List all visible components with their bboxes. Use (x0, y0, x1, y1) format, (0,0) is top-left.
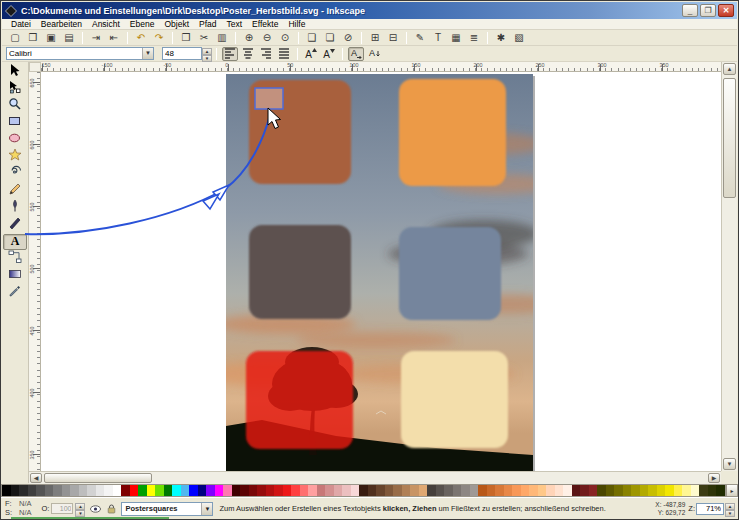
text-dialog-button[interactable]: T (430, 31, 446, 45)
palette-swatch[interactable] (410, 485, 419, 496)
palette-swatch[interactable] (113, 485, 122, 496)
horizontal-scrollbar[interactable]: ◀ ▶ (29, 471, 721, 484)
palette-swatch[interactable] (79, 485, 88, 496)
document-properties-button[interactable]: ▧ (511, 31, 527, 45)
font-size-combo[interactable] (162, 47, 202, 60)
menu-pfad[interactable]: Pfad (194, 19, 222, 29)
palette-swatch[interactable] (53, 485, 62, 496)
palette-swatch[interactable] (223, 485, 232, 496)
palette-swatch[interactable] (623, 485, 632, 496)
palette-swatch[interactable] (461, 485, 470, 496)
palette-swatch[interactable] (708, 485, 717, 496)
palette-swatch[interactable] (181, 485, 190, 496)
align-right-button[interactable] (258, 47, 274, 61)
zoom-input[interactable] (696, 503, 724, 515)
export-button[interactable]: ⇤ (106, 31, 122, 45)
palette-swatch[interactable] (665, 485, 674, 496)
palette-swatch[interactable] (104, 485, 113, 496)
zoom-page-button[interactable]: ⊙ (277, 31, 293, 45)
connector-tool[interactable] (3, 251, 27, 267)
font-size-spinner[interactable]: ▲▼ (202, 48, 212, 60)
chevron-down-icon[interactable]: ▼ (142, 48, 153, 59)
palette-swatch[interactable] (393, 485, 402, 496)
palette-swatch[interactable] (376, 485, 385, 496)
menu-ebene[interactable]: Ebene (125, 19, 160, 29)
scroll-left-icon[interactable]: ◀ (30, 473, 42, 483)
palette-swatch[interactable] (274, 485, 283, 496)
palette-swatch[interactable] (495, 485, 504, 496)
new-document-button[interactable]: ▢ (7, 31, 23, 45)
chevron-down-icon[interactable]: ▼ (201, 503, 212, 515)
scroll-down-icon[interactable]: ▼ (723, 458, 736, 470)
palette-swatch[interactable] (640, 485, 649, 496)
opacity-spinner[interactable]: ▲▼ (75, 503, 85, 514)
menu-hilfe[interactable]: Hilfe (283, 19, 310, 29)
palette-swatch[interactable] (155, 485, 164, 496)
palette-swatch[interactable] (2, 485, 11, 496)
selection-rect[interactable] (255, 88, 283, 109)
vertical-ruler[interactable]: 650600550500450400350 (29, 72, 41, 471)
palette-swatch[interactable] (699, 485, 708, 496)
palette-swatch[interactable] (563, 485, 572, 496)
print-document-button[interactable]: ▤ (61, 31, 77, 45)
text-vertical-button[interactable]: A (366, 47, 382, 61)
palette-swatch[interactable] (614, 485, 623, 496)
zoom-tool[interactable] (3, 98, 27, 114)
menu-datei[interactable]: Datei (6, 19, 36, 29)
layer-visibility-toggle[interactable] (89, 503, 101, 515)
palette-swatch[interactable] (232, 485, 241, 496)
palette-swatch[interactable] (538, 485, 547, 496)
font-size-input[interactable] (163, 48, 201, 59)
palette-swatch[interactable] (546, 485, 555, 496)
ellipse-tool[interactable] (3, 132, 27, 148)
square-mid-left[interactable] (249, 225, 351, 319)
palette-scroll-icon[interactable]: ▸ (726, 484, 738, 497)
menu-objekt[interactable]: Objekt (159, 19, 194, 29)
palette-swatch[interactable] (164, 485, 173, 496)
palette-swatch[interactable] (96, 485, 105, 496)
palette-swatch[interactable] (589, 485, 598, 496)
palette-swatch[interactable] (606, 485, 615, 496)
palette-swatch[interactable] (240, 485, 249, 496)
fill-stroke-indicator[interactable]: F:N/A S:N/A (1, 500, 36, 517)
open-document-button[interactable]: ❒ (25, 31, 41, 45)
palette-swatch[interactable] (529, 485, 538, 496)
text-horizontal-button[interactable]: A (348, 47, 364, 61)
square-mid-right[interactable] (399, 227, 501, 320)
align-center-button[interactable] (240, 47, 256, 61)
palette-swatch[interactable] (368, 485, 377, 496)
opacity-input[interactable] (51, 503, 73, 514)
palette-swatch[interactable] (512, 485, 521, 496)
preferences-button[interactable]: ✱ (493, 31, 509, 45)
palette-swatch[interactable] (716, 485, 725, 496)
align-justify-button[interactable] (276, 47, 292, 61)
duplicate-button[interactable]: ❑ (304, 31, 320, 45)
palette-swatch[interactable] (453, 485, 462, 496)
palette-swatch[interactable] (317, 485, 326, 496)
palette-swatch[interactable] (648, 485, 657, 496)
palette-swatch[interactable] (478, 485, 487, 496)
group-button[interactable]: ⊞ (367, 31, 383, 45)
star-tool[interactable] (3, 149, 27, 165)
copy-button[interactable]: ❐ (178, 31, 194, 45)
restore-button[interactable]: ❐ (700, 4, 716, 17)
palette-swatch[interactable] (504, 485, 513, 496)
square-top-right[interactable] (399, 79, 506, 186)
gradient-tool[interactable] (3, 268, 27, 284)
clone-button[interactable]: ❏ (322, 31, 338, 45)
palette-swatch[interactable] (444, 485, 453, 496)
palette-swatch[interactable] (419, 485, 428, 496)
menu-text[interactable]: Text (222, 19, 248, 29)
menu-bearbeiten[interactable]: Bearbeiten (36, 19, 87, 29)
palette-swatch[interactable] (138, 485, 147, 496)
palette-swatch[interactable] (266, 485, 275, 496)
palette-swatch[interactable] (487, 485, 496, 496)
ungroup-button[interactable]: ⊟ (385, 31, 401, 45)
menu-effekte[interactable]: Effekte (247, 19, 283, 29)
palette-swatch[interactable] (555, 485, 564, 496)
menu-ansicht[interactable]: Ansicht (87, 19, 125, 29)
layer-selector[interactable]: Postersquares ▼ (121, 502, 213, 516)
vertical-scrollbar[interactable]: ▲ ▼ (721, 62, 737, 471)
spiral-tool[interactable] (3, 166, 27, 182)
scroll-right-icon[interactable]: ▶ (708, 473, 720, 483)
